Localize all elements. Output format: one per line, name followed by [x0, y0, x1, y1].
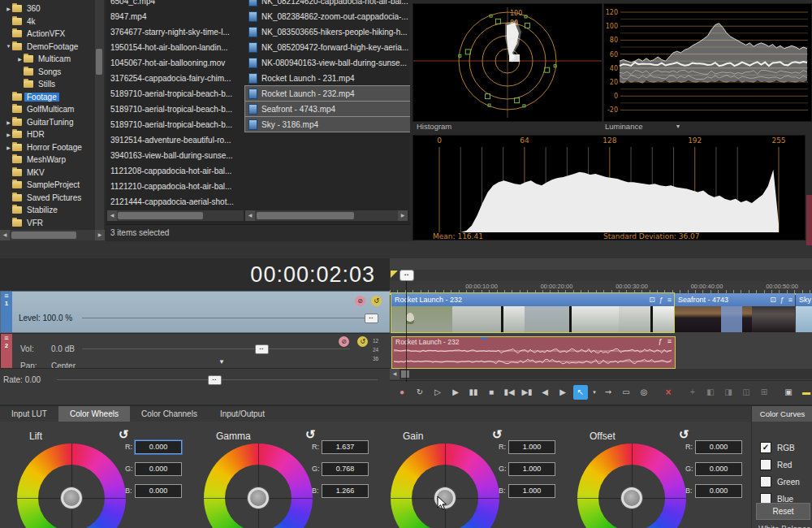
file-item[interactable]: 1950154-hot-air-balloon-landin...: [110, 40, 244, 54]
tree-item-meshwarp[interactable]: MeshWarp: [0, 154, 99, 166]
file-item[interactable]: Sky - 3186.mp4: [245, 117, 410, 132]
fx-icon[interactable]: ƒ: [659, 337, 663, 345]
zoom-edit-tool-icon[interactable]: ◎: [637, 385, 651, 400]
video-clip-seafront[interactable]: Seafront - 4743 ⊡ƒ≡: [675, 293, 795, 332]
tree-item-songs[interactable]: Songs: [0, 66, 110, 78]
color-curves-header[interactable]: Color Curves: [752, 406, 812, 422]
file-item[interactable]: NK_082384862-zoom-out-cappadocia-...: [245, 9, 410, 24]
split-icon[interactable]: ×: [661, 385, 676, 400]
tree-item-vfr[interactable]: VFR: [0, 217, 99, 229]
slip-trim-icon[interactable]: ◫: [739, 385, 754, 400]
crossfade-region[interactable]: [721, 306, 742, 332]
audio-track-header[interactable]: ≡ 2 Vol: 0.0 dB ▪▪ ▼ Pan: Center ⊘ ↺ 122…: [0, 333, 391, 369]
trim-start-icon[interactable]: ◧: [703, 385, 718, 400]
solo-icon[interactable]: ↺: [371, 296, 382, 306]
marker-flag-icon[interactable]: [391, 270, 398, 278]
file-item[interactable]: 3764677-starry-night-sky-time-l...: [110, 24, 244, 39]
tree-item-stills[interactable]: Stills: [0, 78, 110, 90]
wheel-knob[interactable]: [248, 487, 269, 509]
tree-horizontal-scrollbar[interactable]: ◀ ▶: [0, 230, 105, 240]
offset-r-value-field[interactable]: 0.000: [695, 440, 742, 454]
stop-icon[interactable]: ■: [484, 385, 499, 400]
file-item[interactable]: NK_082124620-cappadocia-hot-air-bal...: [245, 0, 410, 8]
gain-b-value-field[interactable]: 1.000: [508, 484, 555, 498]
tree-hscroll-thumb[interactable]: [11, 232, 76, 239]
scroll-right-icon[interactable]: ▶: [398, 210, 408, 221]
gain-r-value-field[interactable]: 1.000: [508, 440, 555, 454]
tree-vertical-scrollbar[interactable]: [95, 0, 104, 230]
track-menu-icon[interactable]: ≡: [1, 292, 12, 300]
trim-end-icon[interactable]: ◨: [721, 385, 736, 400]
clip-menu-icon[interactable]: ≡: [788, 296, 793, 304]
files-hscroll-thumb-2[interactable]: [257, 212, 354, 219]
chevron-down-icon[interactable]: ▾: [676, 123, 680, 130]
file-item[interactable]: 6504_c.mp4: [110, 0, 244, 8]
tool-dropdown-icon[interactable]: ▾: [591, 385, 598, 400]
file-item[interactable]: NK-080940163-view-ball-during-sunse...: [245, 55, 410, 70]
expand-icon[interactable]: ▶: [5, 6, 12, 11]
scroll-left-icon[interactable]: ◀: [0, 230, 10, 240]
tree-item-multicam[interactable]: ▶Multicam: [0, 53, 110, 65]
loop-playback-icon[interactable]: ↻: [412, 385, 427, 400]
mute-icon[interactable]: ⊘: [339, 336, 349, 347]
reset-wheel-icon[interactable]: ↺: [679, 427, 689, 442]
file-item[interactable]: 1121208-cappadocia-hot-air-bal...: [110, 163, 244, 178]
selection-edit-tool-icon[interactable]: ▭: [619, 385, 633, 400]
fx-icon[interactable]: ƒ: [780, 296, 784, 304]
scroll-right-icon[interactable]: ▶: [95, 230, 105, 240]
tree-item-mkv[interactable]: MKV: [0, 167, 99, 179]
tree-vscroll-thumb[interactable]: [96, 49, 102, 75]
next-frame-icon[interactable]: ▶: [555, 385, 570, 400]
scroll-left-icon[interactable]: ◀: [107, 210, 117, 221]
file-item[interactable]: 5189710-aerial-tropical-beach-b...: [110, 86, 244, 101]
file-item[interactable]: NK_085209472-forward-high-key-aeria...: [245, 40, 410, 54]
tree-item-4k[interactable]: 4k: [0, 15, 99, 28]
expand-icon[interactable]: ▶: [5, 119, 12, 125]
playhead-line[interactable]: [406, 281, 407, 382]
tree-item-sampleproject[interactable]: SampleProject: [0, 179, 99, 191]
pan-crop-icon[interactable]: ⊡: [649, 296, 655, 304]
scroll-left-icon[interactable]: ◀: [245, 210, 255, 221]
tree-item-actionvfx[interactable]: ActionVFX: [0, 28, 99, 40]
luminance-dropdown[interactable]: Luminance: [605, 122, 642, 131]
file-item[interactable]: 5189710-aerial-tropical-beach-b...: [110, 117, 244, 132]
vol-slider-handle[interactable]: ▪▪: [255, 344, 269, 354]
file-item[interactable]: 8947.mp4: [110, 9, 244, 24]
video-clip-sky[interactable]: Sky -: [796, 293, 812, 332]
play-icon[interactable]: ▶: [448, 385, 463, 400]
checkbox-rgb[interactable]: ✓: [760, 442, 771, 453]
file-item[interactable]: 3912514-adventure-beautiful-ro...: [110, 132, 244, 147]
tree-item-stabilize[interactable]: Stabilize: [0, 204, 99, 216]
file-item[interactable]: 3176254-cappadocia-fairy-chim...: [110, 71, 244, 85]
curves-reset-button[interactable]: Reset: [756, 503, 810, 520]
offset-b-value-field[interactable]: 0.000: [695, 484, 742, 498]
lock-envelopes-icon[interactable]: ▣: [781, 385, 796, 400]
file-item[interactable]: NK_083503665-hikers-people-hiking-h...: [245, 24, 410, 39]
file-item[interactable]: Rocket Launch - 231.mp4: [245, 71, 410, 85]
level-slider[interactable]: [82, 318, 377, 318]
go-to-start-icon[interactable]: ▮◀: [502, 385, 516, 400]
file-item[interactable]: 3940163-view-ball-during-sunse...: [110, 148, 244, 162]
video-clip-rocket[interactable]: Rocket Launch - 232 ⊡ƒ≡: [391, 293, 674, 332]
lift-b-value-field[interactable]: 0.000: [135, 484, 182, 498]
vol-slider[interactable]: [82, 348, 350, 349]
tree-item-hdr[interactable]: ▶HDR: [0, 128, 99, 141]
audio-track-strip[interactable]: ≡ 2: [1, 334, 12, 368]
file-item[interactable]: 1121210-cappadocia-hot-air-bal...: [110, 179, 244, 193]
mute-icon[interactable]: ⊘: [355, 296, 365, 306]
tree-item-horror-footage[interactable]: ▶Horror Footage: [0, 141, 99, 154]
tree-item-demofootage[interactable]: ▼DemoFootage: [0, 41, 99, 53]
file-item[interactable]: Seafront - 4743.mp4: [245, 102, 410, 116]
gamma-r-value-field[interactable]: 1.637: [322, 440, 369, 454]
tree-item-guitartuning[interactable]: ▶GuitarTuning: [0, 116, 99, 128]
trim-icon[interactable]: +: [685, 385, 700, 400]
envelope-point[interactable]: [482, 337, 486, 340]
files-hscroll-thumb-1[interactable]: [118, 212, 203, 219]
normal-edit-tool-icon[interactable]: ↖: [573, 385, 588, 400]
gamma-g-value-field[interactable]: 0.768: [322, 462, 369, 476]
tab-color-wheels[interactable]: Color Wheels: [58, 406, 130, 422]
tree-item-footage[interactable]: Footage: [0, 91, 99, 103]
gain-g-value-field[interactable]: 1.000: [508, 462, 555, 476]
clip-menu-icon[interactable]: ≡: [667, 296, 672, 304]
checkbox-red[interactable]: [760, 459, 771, 470]
